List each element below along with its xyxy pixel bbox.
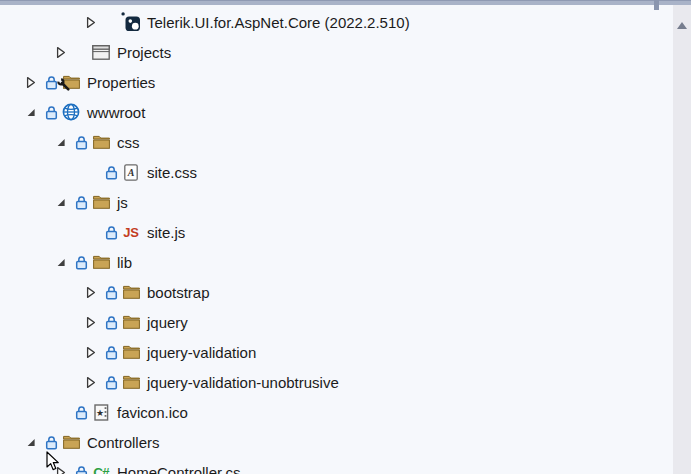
folder-icon — [61, 435, 81, 449]
globe-icon — [61, 103, 81, 121]
tree-item-label: Telerik.UI.for.AspNet.Core (2022.2.510) — [147, 14, 410, 31]
folder-icon — [91, 195, 111, 209]
tree-item-projects[interactable]: Projects — [0, 37, 673, 67]
chevron-expanded-icon[interactable] — [25, 435, 38, 450]
tree-item-label: favicon.ico — [117, 404, 188, 421]
tree-item-label: Properties — [87, 74, 155, 91]
lock-icon — [75, 135, 88, 150]
folder-icon — [121, 285, 141, 299]
lock-icon — [75, 255, 88, 270]
projects-window-icon — [91, 45, 111, 60]
folder-icon — [91, 135, 111, 149]
chevron-collapsed-icon[interactable] — [25, 75, 38, 90]
tree-item-label: jquery-validation-unobtrusive — [147, 374, 339, 391]
tree-item-jquery-validation-unobtrusive[interactable]: jquery-validation-unobtrusive — [0, 367, 673, 397]
tree-item-label: wwwroot — [87, 104, 145, 121]
tree-item-label: jquery — [147, 314, 188, 331]
lock-icon — [105, 225, 118, 240]
lock-icon — [105, 315, 118, 330]
vertical-scrollbar[interactable] — [673, 5, 691, 474]
scrollbar-up-arrow-icon[interactable] — [677, 22, 687, 29]
lock-icon — [105, 345, 118, 360]
tree-item-jquery[interactable]: jquery — [0, 307, 673, 337]
chevron-collapsed-icon[interactable] — [85, 345, 98, 360]
chevron-expanded-icon[interactable] — [55, 195, 68, 210]
tree-item-lib[interactable]: lib — [0, 247, 673, 277]
lock-icon — [105, 375, 118, 390]
tree-item-bootstrap[interactable]: bootstrap — [0, 277, 673, 307]
tree-item-label: Projects — [117, 44, 171, 61]
folder-icon — [121, 375, 141, 389]
tree-item-label: site.css — [147, 164, 197, 181]
tree-item-jquery-validation[interactable]: jquery-validation — [0, 337, 673, 367]
chevron-collapsed-icon[interactable] — [55, 465, 68, 474]
image-file-icon: ★ — [91, 404, 111, 421]
folder-icon — [91, 255, 111, 269]
lock-icon — [75, 195, 88, 210]
chevron-collapsed-icon[interactable] — [85, 285, 98, 300]
js-file-icon: JS — [121, 225, 141, 240]
tree-item-css[interactable]: css — [0, 127, 673, 157]
chevron-expanded-icon[interactable] — [55, 135, 68, 150]
tree-item-label: Controllers — [87, 434, 160, 451]
tree-item-controllers[interactable]: Controllers — [0, 427, 673, 457]
folder-icon — [121, 345, 141, 359]
lock-icon — [75, 465, 88, 474]
tree-item-label: lib — [117, 254, 132, 271]
svg-text:★: ★ — [95, 407, 103, 417]
chevron-collapsed-icon[interactable] — [85, 375, 98, 390]
nuget-package-icon — [121, 12, 141, 32]
chevron-collapsed-icon[interactable] — [85, 315, 98, 330]
chevron-expanded-icon[interactable] — [25, 105, 38, 120]
tree-item-site-css[interactable]: A site.css — [0, 157, 673, 187]
csharp-file-icon: C# — [91, 465, 111, 474]
tree-item-label: jquery-validation — [147, 344, 256, 361]
lock-icon — [75, 405, 88, 420]
tree-item-homecontroller-cs[interactable]: C#HomeController.cs — [0, 457, 673, 474]
tree-item-label: HomeController.cs — [117, 464, 240, 474]
tree-item-properties[interactable]: Properties — [0, 67, 673, 97]
tree-item-telerik-ui-for-aspnet-core-2022-2-510[interactable]: Telerik.UI.for.AspNet.Core (2022.2.510) — [0, 7, 673, 37]
chevron-collapsed-icon[interactable] — [55, 45, 68, 60]
svg-text:A: A — [127, 167, 135, 178]
lock-icon — [105, 165, 118, 180]
solution-tree: Telerik.UI.for.AspNet.Core (2022.2.510) … — [0, 7, 673, 474]
tree-item-wwwroot[interactable]: wwwroot — [0, 97, 673, 127]
tree-item-js[interactable]: js — [0, 187, 673, 217]
lock-icon — [105, 285, 118, 300]
properties-folder-icon — [61, 75, 81, 89]
tree-item-label: bootstrap — [147, 284, 210, 301]
chevron-collapsed-icon[interactable] — [85, 15, 98, 30]
chevron-expanded-icon[interactable] — [55, 255, 68, 270]
folder-icon — [121, 315, 141, 329]
tree-item-label: js — [117, 194, 128, 211]
tree-item-label: site.js — [147, 224, 185, 241]
css-file-icon: A — [121, 164, 141, 181]
top-splitter-bar — [0, 0, 691, 5]
tree-item-favicon-ico[interactable]: ★ favicon.ico — [0, 397, 673, 427]
lock-icon — [45, 105, 58, 120]
lock-icon — [45, 435, 58, 450]
tree-item-site-js[interactable]: JSsite.js — [0, 217, 673, 247]
tree-item-label: css — [117, 134, 140, 151]
